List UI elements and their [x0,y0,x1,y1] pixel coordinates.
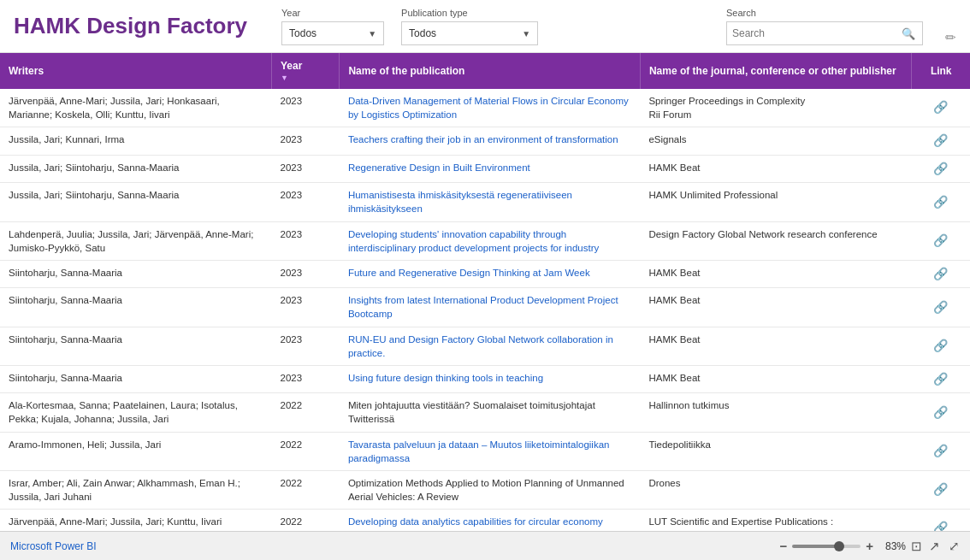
zoom-plus-button[interactable]: + [866,539,873,553]
cell-publication-name: Optimization Methods Applied to Motion P… [340,470,641,509]
cell-publication-name[interactable]: Data-Driven Management of Material Flows… [340,89,641,127]
cell-journal: HAMK Unlimited Professional [640,183,912,221]
cell-publication-name[interactable]: Teachers crafting their job in an enviro… [340,127,641,156]
cell-journal: Tiedepolitiikka [640,432,912,470]
publication-name-link[interactable]: Tavarasta palveluun ja dataan – Muutos l… [348,439,610,463]
publication-type-select[interactable]: Todos ▼ [401,21,538,45]
cell-link: 🔗 [912,183,970,221]
cell-year: 2023 [272,183,340,221]
publication-name-link[interactable]: Regenerative Design in Built Environment [348,162,530,173]
table-row: Jussila, Jari; Siintoharju, Sanna-Maaria… [0,183,970,221]
cell-publication-name[interactable]: Developing data analytics capabilities f… [340,509,641,531]
table-row: Siintoharju, Sanna-Maaria2023RUN-EU and … [0,327,970,365]
external-link-icon[interactable]: 🔗 [933,299,948,316]
cell-publication-name[interactable]: Insights from latest International Produ… [340,288,641,327]
publication-name-link[interactable]: Developing data analytics capabilities f… [348,516,603,531]
power-bi-link[interactable]: Microsoft Power BI [10,540,97,552]
year-sort-arrow: ▼ [281,74,330,82]
cell-journal: HAMK Beat [640,365,912,393]
publication-name-link[interactable]: Future and Regenerative Design Thinking … [348,268,590,278]
publication-name-link[interactable]: Data-Driven Management of Material Flows… [348,96,629,120]
publication-name-link[interactable]: RUN-EU and Design Factory Global Network… [348,334,613,358]
publications-table-container: Writers Year ▼ Name of the publication N… [0,53,970,531]
cell-link: 🔗 [912,509,970,531]
external-link-icon[interactable]: 🔗 [933,161,948,178]
cell-publication-name[interactable]: Regenerative Design in Built Environment [340,155,641,183]
table-row: Aramo-Immonen, Heli; Jussila, Jari2022Ta… [0,432,970,470]
external-link-icon[interactable]: 🔗 [933,404,948,421]
search-input[interactable] [732,27,900,39]
cell-publication-name[interactable]: Tavarasta palveluun ja dataan – Muutos l… [340,432,641,470]
fullscreen-icon[interactable]: ⤢ [949,539,960,554]
zoom-minus-button[interactable]: − [779,539,787,553]
publication-name-link[interactable]: Insights from latest International Produ… [348,295,618,319]
cell-year: 2022 [272,509,340,531]
publications-table: Writers Year ▼ Name of the publication N… [0,53,970,531]
external-link-icon[interactable]: 🔗 [933,194,948,211]
cell-writers: Lahdenperä, Juulia; Jussila, Jari; Järve… [0,221,272,260]
search-label: Search [726,8,923,18]
column-header-publication-name: Name of the publication [340,53,641,89]
cell-writers: Siintoharju, Sanna-Maaria [0,327,272,365]
year-filter-select[interactable]: Todos ▼ [281,21,384,45]
table-row: Siintoharju, Sanna-Maaria2023Future and … [0,260,970,288]
cell-year: 2022 [272,470,340,509]
external-link-icon[interactable]: 🔗 [933,133,948,150]
external-link-icon[interactable]: 🔗 [933,266,948,283]
cell-link: 🔗 [912,327,970,365]
year-filter-group: Year Todos ▼ [281,8,384,45]
cell-publication-name[interactable]: Future and Regenerative Design Thinking … [340,260,641,288]
cell-link: 🔗 [912,288,970,327]
cell-publication-name[interactable]: Using future design thinking tools in te… [340,365,641,393]
column-header-year[interactable]: Year ▼ [272,53,340,89]
column-header-writers: Writers [0,53,272,89]
cell-journal: HAMK Beat [640,327,912,365]
cell-writers: Jussila, Jari; Kunnari, Irma [0,127,272,156]
external-link-icon[interactable]: 🔗 [933,481,948,498]
edit-icon[interactable]: ✏ [945,30,956,45]
table-row: Siintoharju, Sanna-Maaria2023Insights fr… [0,288,970,327]
publication-type-filter-group: Publication type Todos ▼ [401,8,538,45]
publication-name-link[interactable]: Using future design thinking tools in te… [348,373,543,383]
cell-journal: HAMK Beat [640,288,912,327]
cell-publication-name[interactable]: RUN-EU and Design Factory Global Network… [340,327,641,365]
external-link-icon[interactable]: 🔗 [933,520,948,531]
cell-publication-name[interactable]: Developing students' innovation capabili… [340,221,641,260]
cell-writers: Aramo-Immonen, Heli; Jussila, Jari [0,432,272,470]
search-icon-button[interactable]: 🔍 [900,27,917,40]
share-icon[interactable]: ↗ [929,539,940,554]
table-row: Järvenpää, Anne-Mari; Jussila, Jari; Kun… [0,509,970,531]
bottom-bar: Microsoft Power BI − + 83% ⊡ ↗ ⤢ [0,531,970,560]
search-group: Search 🔍 [726,8,923,45]
external-link-icon[interactable]: 🔗 [933,233,948,250]
external-link-icon[interactable]: 🔗 [933,338,948,355]
publication-type-value: Todos [409,27,436,39]
cell-journal: HAMK Beat [640,155,912,183]
cell-journal: Design Factory Global Network research c… [640,221,912,260]
cell-writers: Siintoharju, Sanna-Maaria [0,288,272,327]
external-link-icon[interactable]: 🔗 [933,443,948,460]
zoom-slider[interactable] [792,545,861,548]
table-body: Järvenpää, Anne-Mari; Jussila, Jari; Hon… [0,89,970,531]
cell-journal: eSignals [640,127,912,156]
cell-writers: Jussila, Jari; Siintoharju, Sanna-Maaria [0,155,272,183]
cell-publication-name: Miten johtajuutta viestitään? Suomalaise… [340,393,641,432]
external-link-icon[interactable]: 🔗 [933,371,948,388]
publication-type-label: Publication type [401,8,538,18]
bottom-action-icons: ↗ ⤢ [929,539,960,554]
app-logo: HAMK Design Factory [14,13,247,39]
cell-journal: Hallinnon tutkimus [640,393,912,432]
cell-writers: Siintoharju, Sanna-Maaria [0,365,272,393]
cell-writers: Järvenpää, Anne-Mari; Jussila, Jari; Hon… [0,89,272,127]
year-filter-value: Todos [289,27,316,39]
publication-name-link[interactable]: Developing students' innovation capabili… [348,229,599,253]
cell-link: 🔗 [912,127,970,156]
fit-page-icon[interactable]: ⊡ [911,539,922,554]
zoom-percentage: 83% [878,540,906,552]
publication-name-link[interactable]: Teachers crafting their job in an enviro… [348,134,618,144]
publication-type-chevron-icon: ▼ [522,29,530,38]
external-link-icon[interactable]: 🔗 [933,99,948,116]
cell-publication-name[interactable]: Humanistisesta ihmiskäsityksestä regener… [340,183,641,221]
cell-link: 🔗 [912,221,970,260]
publication-name-link[interactable]: Humanistisesta ihmiskäsityksestä regener… [348,190,572,214]
